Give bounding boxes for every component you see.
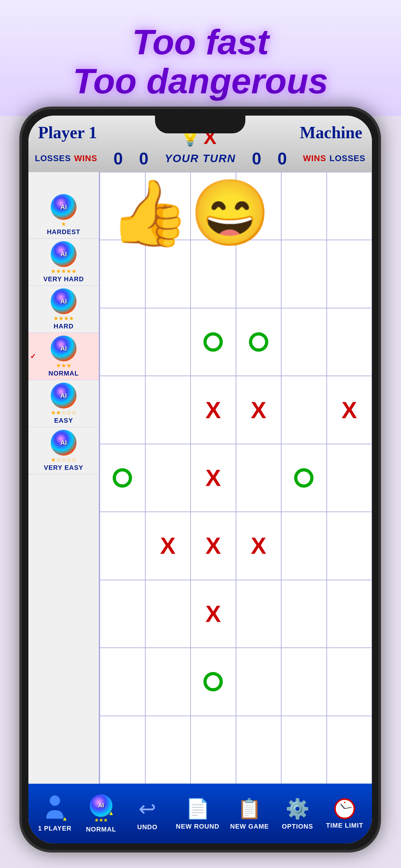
phone-frame: Player 1 💡 X Machine LOSSES WINS 0 0 YOU… xyxy=(19,106,381,852)
player-losses-value: 0 xyxy=(114,149,123,168)
grid-cell-5[interactable] xyxy=(327,172,372,240)
grid-cell-14[interactable] xyxy=(190,308,236,376)
grid-cell-9[interactable] xyxy=(236,240,281,308)
grid-cell-43[interactable] xyxy=(145,648,191,716)
grid-cell-0[interactable] xyxy=(100,172,145,240)
grid-cell-52[interactable] xyxy=(281,716,327,784)
grid-cell-25[interactable] xyxy=(145,444,191,512)
new-round-button[interactable]: 📄 NEW ROUND xyxy=(176,797,220,830)
grid-cell-2[interactable] xyxy=(190,172,236,240)
ai-stars-toolbar: ★★★ xyxy=(94,817,108,823)
grid-cell-53[interactable] xyxy=(327,716,372,784)
grid-cell-41[interactable] xyxy=(327,580,372,648)
grid-cell-22[interactable] xyxy=(281,376,327,444)
cell-x-mark-21: X xyxy=(251,397,266,423)
ai-option-normal[interactable]: ✓AI★★★NORMAL xyxy=(28,333,99,380)
ai-head-label: AI xyxy=(98,802,104,809)
ai-option-very-hard[interactable]: AI★★★★★VERY HARD xyxy=(28,239,99,286)
player-title: Player 1 xyxy=(38,123,97,142)
grid-cell-32[interactable]: X xyxy=(190,512,236,580)
grid-cell-15[interactable] xyxy=(236,308,281,376)
player-chevron: ▲ xyxy=(62,815,68,822)
ai-chevron: ▲ xyxy=(108,810,114,817)
cell-x-mark-33: X xyxy=(251,532,266,559)
grid-cell-48[interactable] xyxy=(100,716,145,784)
grid-cell-30[interactable] xyxy=(100,512,145,580)
ai-difficulty-label-1: VERY HARD xyxy=(43,275,84,283)
grid-cell-28[interactable] xyxy=(281,444,327,512)
grid-cell-16[interactable] xyxy=(281,308,327,376)
player-button[interactable]: ▲ 1 PLAYER xyxy=(37,795,73,832)
grid-cell-3[interactable] xyxy=(236,172,281,240)
grid-cell-40[interactable] xyxy=(281,580,327,648)
grid-cell-19[interactable] xyxy=(145,376,191,444)
grid-cell-13[interactable] xyxy=(145,308,191,376)
cell-o-mark-15 xyxy=(249,332,268,352)
grid-cell-39[interactable] xyxy=(236,580,281,648)
grid-cell-6[interactable] xyxy=(100,240,145,308)
grid-cell-44[interactable] xyxy=(190,648,236,716)
new-game-label: NEW GAME xyxy=(230,823,269,830)
grid-cell-42[interactable] xyxy=(100,648,145,716)
grid-cell-20[interactable]: X xyxy=(190,376,236,444)
ai-head-text-2: AI xyxy=(60,298,67,305)
grid-cell-47[interactable] xyxy=(327,648,372,716)
new-game-button[interactable]: 📋 NEW GAME xyxy=(230,797,269,830)
clock-icon: ● xyxy=(334,798,355,819)
grid-cell-4[interactable] xyxy=(281,172,327,240)
grid-cell-29[interactable] xyxy=(327,444,372,512)
options-button[interactable]: ⚙️ OPTIONS xyxy=(280,797,315,830)
ai-option-easy[interactable]: AI★★☆☆☆EASY xyxy=(28,380,99,427)
grid-cell-34[interactable] xyxy=(281,512,327,580)
grid-cell-21[interactable]: X xyxy=(236,376,281,444)
grid-cell-1[interactable] xyxy=(145,172,191,240)
grid-cell-12[interactable] xyxy=(100,308,145,376)
time-limit-label: TIME LIMIT xyxy=(326,822,364,829)
ai-stars-0: ★ xyxy=(61,221,66,228)
ai-head-1: AI xyxy=(51,241,76,267)
grid-cell-23[interactable]: X xyxy=(327,376,372,444)
grid-cell-7[interactable] xyxy=(145,240,191,308)
grid-cell-24[interactable] xyxy=(100,444,145,512)
ai-option-hardest[interactable]: AI★HARDEST xyxy=(28,191,99,239)
selected-checkmark: ✓ xyxy=(30,352,36,361)
ai-stars-3: ★★★ xyxy=(56,362,71,369)
notch xyxy=(155,116,245,133)
grid-cell-26[interactable]: X xyxy=(190,444,236,512)
undo-button[interactable]: ↩ UNDO xyxy=(129,797,165,831)
grid-cell-36[interactable] xyxy=(100,580,145,648)
grid-cell-38[interactable]: X xyxy=(190,580,236,648)
grid-cell-50[interactable] xyxy=(190,716,236,784)
ai-option-very-easy[interactable]: AI★☆☆☆☆VERY EASY xyxy=(28,427,99,474)
grid-cell-8[interactable] xyxy=(190,240,236,308)
grid-cell-37[interactable] xyxy=(145,580,191,648)
grid-cell-18[interactable] xyxy=(100,376,145,444)
ai-normal-button[interactable]: AI ★★★ ▲ NORMAL xyxy=(83,795,119,833)
ai-option-hard[interactable]: AI★★★★HARD xyxy=(28,286,99,333)
grid-cell-35[interactable] xyxy=(327,512,372,580)
ai-head-3: AI xyxy=(51,336,76,361)
grid-cell-17[interactable] xyxy=(327,308,372,376)
ai-head-4: AI xyxy=(51,383,76,408)
ai-difficulty-label-2: HARD xyxy=(54,322,73,330)
grid-cell-31[interactable]: X xyxy=(145,512,191,580)
grid-cell-10[interactable] xyxy=(281,240,327,308)
time-limit-button[interactable]: ● TIME LIMIT xyxy=(326,798,364,829)
grid-cell-11[interactable] xyxy=(327,240,372,308)
options-label: OPTIONS xyxy=(282,823,313,830)
grid-cell-49[interactable] xyxy=(145,716,191,784)
grid-cell-33[interactable]: X xyxy=(236,512,281,580)
player-wins-value: 0 xyxy=(139,149,149,168)
machine-title: Machine xyxy=(300,123,362,142)
game-grid[interactable]: XXXXXXXX xyxy=(99,172,372,784)
gear-icon: ⚙️ xyxy=(285,797,310,820)
header-bottom: LOSSES WINS 0 0 YOUR TURN 0 0 WINS LOSSE… xyxy=(28,145,372,172)
grid-cell-27[interactable] xyxy=(236,444,281,512)
grid-cell-46[interactable] xyxy=(281,648,327,716)
ai-stars-5: ★☆☆☆☆ xyxy=(51,456,76,463)
player-losses-label: LOSSES xyxy=(35,153,71,163)
grid-cell-51[interactable] xyxy=(236,716,281,784)
grid-cell-45[interactable] xyxy=(236,648,281,716)
ai-head-text-1: AI xyxy=(60,251,67,258)
ai-label: NORMAL xyxy=(86,826,116,833)
